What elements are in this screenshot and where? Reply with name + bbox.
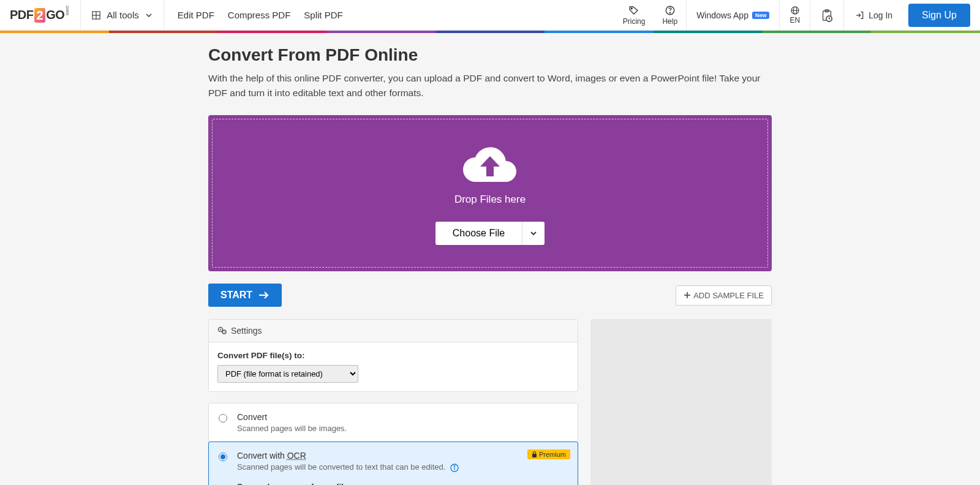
- logo-text-go: GO: [46, 8, 64, 22]
- help-link[interactable]: Help: [654, 0, 686, 30]
- svg-point-18: [220, 329, 221, 330]
- svg-point-5: [669, 12, 670, 13]
- convert-to-label: Convert PDF file(s) to:: [217, 351, 569, 360]
- nav-split-pdf[interactable]: Split PDF: [304, 10, 342, 20]
- convert-to-select[interactable]: PDF (file format is retained): [217, 365, 358, 383]
- svg-rect-21: [532, 454, 537, 457]
- dropzone-inner: Drop Files here Choose File: [212, 119, 768, 268]
- login-link[interactable]: Log In: [844, 0, 903, 30]
- option-convert-title: Convert: [237, 412, 568, 422]
- language-selector[interactable]: EN: [779, 0, 810, 30]
- login-label: Log In: [869, 10, 892, 20]
- dropzone[interactable]: Drop Files here Choose File: [208, 115, 772, 271]
- action-row: START ADD SAMPLE FILE: [208, 284, 772, 307]
- info-icon[interactable]: [450, 464, 459, 472]
- ocr-abbr: OCR: [287, 451, 306, 461]
- all-tools-label: All tools: [107, 10, 139, 20]
- signup-wrap: Sign Up: [903, 0, 980, 30]
- page-subtitle: With the help of this online PDF convert…: [208, 71, 772, 100]
- logo-text-2: 2: [34, 8, 46, 23]
- columns: Settings Convert PDF file(s) to: PDF (fi…: [208, 319, 772, 485]
- radio-convert[interactable]: [219, 414, 227, 423]
- language-label: EN: [790, 16, 800, 24]
- add-sample-label: ADD SAMPLE FILE: [693, 291, 764, 300]
- logo[interactable]: PDF 2 GO .com: [0, 0, 81, 30]
- nav-compress-pdf[interactable]: Compress PDF: [228, 10, 291, 20]
- option-ocr-desc: Scanned pages will be converted to text …: [237, 462, 568, 472]
- top-header: PDF 2 GO .com All tools Edit PDF Compres…: [0, 0, 980, 31]
- settings-body: Convert PDF file(s) to: PDF (file format…: [209, 342, 578, 391]
- left-column: Settings Convert PDF file(s) to: PDF (fi…: [208, 319, 578, 485]
- gears-icon: [217, 326, 227, 335]
- all-tools-menu[interactable]: All tools: [81, 0, 164, 30]
- windows-app-label: Windows App: [696, 10, 748, 20]
- grid-icon: [92, 11, 100, 20]
- pricing-link[interactable]: Pricing: [614, 0, 654, 30]
- settings-header: Settings: [209, 320, 578, 342]
- logo-text-pdf: PDF: [10, 8, 34, 22]
- login-icon: [855, 10, 865, 20]
- start-button[interactable]: START: [208, 284, 282, 307]
- main-container: Convert From PDF Online With the help of…: [208, 33, 772, 485]
- nav-edit-pdf[interactable]: Edit PDF: [178, 10, 214, 20]
- help-icon: [665, 5, 676, 16]
- choose-file-dropdown[interactable]: [522, 222, 545, 245]
- page-title: Convert From PDF Online: [208, 45, 772, 65]
- rainbow-bar: [0, 31, 980, 33]
- start-label: START: [221, 290, 252, 301]
- nav-links: Edit PDF Compress PDF Split PDF: [164, 0, 356, 30]
- arrow-right-icon: [258, 291, 270, 299]
- cloud-upload-icon: [462, 144, 518, 187]
- globe-icon: [790, 6, 800, 15]
- clipboard-button[interactable]: [810, 0, 844, 30]
- new-badge: New: [752, 12, 770, 19]
- option-convert-desc: Scanned pages will be images.: [237, 424, 568, 433]
- source-language-title: Source language of your file: [237, 482, 568, 485]
- right-column: [590, 319, 772, 485]
- add-sample-button[interactable]: ADD SAMPLE FILE: [676, 285, 772, 306]
- signup-button[interactable]: Sign Up: [908, 4, 970, 27]
- option-ocr[interactable]: Premium Convert with OCR Scanned pages w…: [208, 442, 578, 485]
- option-convert[interactable]: Convert Scanned pages will be images.: [208, 403, 578, 442]
- logo-text-dotcom: .com: [65, 5, 70, 15]
- svg-point-24: [454, 465, 454, 466]
- choose-file-button[interactable]: Choose File: [435, 222, 522, 245]
- settings-panel: Settings Convert PDF file(s) to: PDF (fi…: [208, 319, 578, 392]
- premium-badge: Premium: [527, 449, 570, 459]
- header-spacer: [356, 0, 614, 30]
- dropzone-text: Drop Files here: [225, 194, 755, 206]
- lock-icon: [532, 451, 537, 457]
- pricing-label: Pricing: [623, 17, 646, 26]
- ad-placeholder: [590, 319, 772, 485]
- chevron-down-icon: [145, 12, 153, 19]
- plus-icon: [684, 291, 691, 299]
- help-label: Help: [662, 17, 677, 26]
- settings-header-label: Settings: [231, 326, 262, 336]
- choose-file-group: Choose File: [435, 222, 545, 245]
- svg-point-20: [224, 331, 225, 333]
- clipboard-clock-icon: [820, 9, 834, 22]
- tag-icon: [628, 5, 639, 16]
- chevron-down-icon: [530, 230, 537, 237]
- windows-app-link[interactable]: Windows App New: [686, 0, 779, 30]
- header-right: Pricing Help Windows App New EN Log In S…: [614, 0, 980, 30]
- svg-point-3: [631, 8, 632, 9]
- premium-label: Premium: [539, 451, 566, 458]
- radio-ocr[interactable]: [219, 453, 227, 461]
- option-ocr-title: Convert with OCR: [237, 451, 568, 461]
